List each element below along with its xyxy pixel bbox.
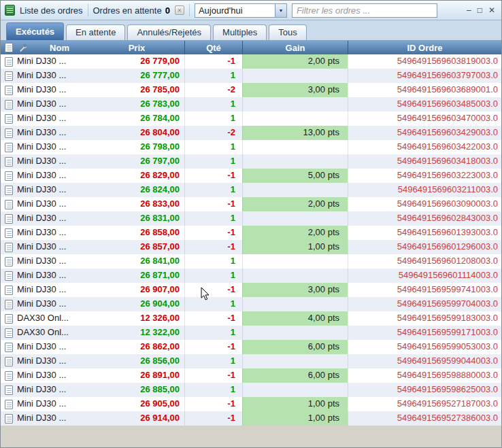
order-price: 26 783,00 — [89, 97, 184, 111]
order-price: 26 804,00 — [89, 126, 184, 140]
order-id: 5496491569601114003.0 — [348, 269, 501, 283]
close-button[interactable]: ✕ — [488, 5, 495, 15]
order-id: 5496491569603090003.0 — [348, 197, 501, 211]
header-icon-cell[interactable] — [1, 41, 17, 54]
document-icon — [5, 286, 13, 295]
order-gain — [242, 154, 348, 169]
order-qty: -1 — [184, 54, 242, 69]
order-gain: 1,00 pts — [242, 240, 348, 254]
order-id: 5496491569603689001.0 — [348, 83, 501, 97]
order-icon-cell — [1, 69, 17, 83]
order-icon-cell — [1, 368, 17, 383]
order-row[interactable]: Mini DJ30 ... 26 905,00 -1 1,00 pts 5496… — [1, 397, 501, 411]
order-gain: 6,00 pts — [242, 340, 348, 354]
order-row[interactable]: Mini DJ30 ... 26 824,00 1 54964915696032… — [1, 183, 501, 197]
order-id: 5496491569602843003.0 — [348, 211, 501, 226]
column-header-prix[interactable]: Prix — [89, 41, 184, 54]
order-row[interactable]: Mini DJ30 ... 26 798,00 1 54964915696034… — [1, 140, 501, 154]
tab-en-attente[interactable]: En attente — [66, 24, 125, 40]
tab-executes[interactable]: Exécutés — [6, 22, 64, 40]
order-price: 12 326,00 — [89, 311, 184, 326]
order-row[interactable]: Mini DJ30 ... 26 804,00 -2 13,00 pts 549… — [1, 126, 501, 140]
column-header-qte[interactable]: Qté — [184, 41, 242, 54]
order-icon-cell — [1, 169, 17, 183]
document-icon — [5, 371, 13, 381]
order-row[interactable]: Mini DJ30 ... 26 833,00 -1 2,00 pts 5496… — [1, 197, 501, 211]
order-row[interactable]: Mini DJ30 ... 26 914,00 -1 1,00 pts 5496… — [1, 411, 501, 426]
order-row[interactable]: DAX30 Onl... 12 322,00 1 549649156959917… — [1, 326, 501, 340]
order-row[interactable]: Mini DJ30 ... 26 885,00 1 54964915695986… — [1, 383, 501, 397]
column-header-gain[interactable]: Gain — [242, 41, 348, 54]
order-row[interactable]: Mini DJ30 ... 26 779,00 -1 2,00 pts 5496… — [1, 54, 501, 69]
order-qty: -1 — [184, 240, 242, 254]
order-price: 26 798,00 — [89, 140, 184, 154]
order-row[interactable]: Mini DJ30 ... 26 831,00 1 54964915696028… — [1, 211, 501, 226]
wrench-icon[interactable] — [18, 44, 27, 52]
order-icon-cell — [1, 183, 17, 197]
tab-annules-rejetes[interactable]: Annulés/Rejetés — [127, 24, 211, 40]
order-gain: 1,00 pts — [242, 411, 348, 426]
order-row[interactable]: Mini DJ30 ... 26 829,00 -1 5,00 pts 5496… — [1, 169, 501, 183]
order-id: 5496491569598625003.0 — [348, 383, 501, 397]
order-id: 5496491569603485003.0 — [348, 97, 501, 111]
order-id: 5496491569603211003.0 — [348, 183, 501, 197]
order-price: 26 907,00 — [89, 283, 184, 297]
order-row[interactable]: Mini DJ30 ... 26 783,00 1 54964915696034… — [1, 97, 501, 111]
column-label-gain: Gain — [286, 43, 305, 53]
order-qty: -1 — [184, 340, 242, 354]
order-name: Mini DJ30 ... — [17, 269, 89, 283]
minimize-button[interactable]: – — [467, 5, 471, 15]
order-qty: -1 — [184, 368, 242, 383]
order-row[interactable]: Mini DJ30 ... 26 907,00 -1 3,00 pts 5496… — [1, 283, 501, 297]
document-icon — [5, 43, 13, 52]
order-name: Mini DJ30 ... — [17, 126, 89, 140]
tab-multiples[interactable]: Multiples — [213, 24, 267, 40]
order-gain — [242, 211, 348, 226]
order-row[interactable]: DAX30 Onl... 12 326,00 -1 4,00 pts 54964… — [1, 311, 501, 326]
order-qty: 1 — [184, 97, 242, 111]
order-name: Mini DJ30 ... — [17, 297, 89, 311]
order-qty: -1 — [184, 397, 242, 411]
document-icon — [5, 86, 13, 95]
column-header-id-ordre[interactable]: ID Ordre — [348, 41, 501, 54]
pending-close-icon[interactable]: ✕ — [175, 5, 184, 15]
order-row[interactable]: Mini DJ30 ... 26 785,00 -2 3,00 pts 5496… — [1, 83, 501, 97]
order-name: Mini DJ30 ... — [17, 169, 89, 183]
order-row[interactable]: Mini DJ30 ... 26 858,00 -1 2,00 pts 5496… — [1, 226, 501, 240]
order-gain — [242, 183, 348, 197]
order-row[interactable]: Mini DJ30 ... 26 856,00 1 54964915695990… — [1, 354, 501, 368]
order-id: 5496491569603797003.0 — [348, 69, 501, 83]
order-row[interactable]: Mini DJ30 ... 26 797,00 1 54964915696034… — [1, 154, 501, 169]
order-id: 5496491569603422003.0 — [348, 140, 501, 154]
order-row[interactable]: Mini DJ30 ... 26 891,00 -1 6,00 pts 5496… — [1, 368, 501, 383]
order-name: Mini DJ30 ... — [17, 226, 89, 240]
order-row[interactable]: Mini DJ30 ... 26 862,00 -1 6,00 pts 5496… — [1, 340, 501, 354]
document-icon — [5, 257, 13, 266]
order-price: 26 871,00 — [89, 269, 184, 283]
filter-orders-input[interactable] — [292, 3, 437, 18]
order-name: Mini DJ30 ... — [17, 54, 89, 69]
order-row[interactable]: Mini DJ30 ... 26 777,00 1 54964915696037… — [1, 69, 501, 83]
order-row[interactable]: Mini DJ30 ... 26 871,00 1 54964915696011… — [1, 269, 501, 283]
order-id: 5496491569527386003.0 — [348, 411, 501, 426]
chevron-down-icon[interactable]: ▼ — [275, 4, 286, 17]
window-title: Liste des ordres — [20, 5, 83, 16]
order-id: 5496491569599704003.0 — [348, 297, 501, 311]
order-price: 26 904,00 — [89, 297, 184, 311]
order-name: Mini DJ30 ... — [17, 283, 89, 297]
order-name: Mini DJ30 ... — [17, 397, 89, 411]
order-icon-cell — [1, 226, 17, 240]
order-price: 26 885,00 — [89, 383, 184, 397]
order-icon-cell — [1, 54, 17, 69]
maximize-button[interactable]: □ — [478, 5, 482, 15]
period-dropdown[interactable]: Aujourd'hui ▼ — [195, 3, 287, 18]
document-icon — [5, 57, 13, 67]
order-icon-cell — [1, 211, 17, 226]
order-icon-cell — [1, 311, 17, 326]
column-header-nom[interactable]: Nom — [17, 41, 89, 54]
order-row[interactable]: Mini DJ30 ... 26 784,00 1 54964915696034… — [1, 111, 501, 126]
order-row[interactable]: Mini DJ30 ... 26 857,00 -1 1,00 pts 5496… — [1, 240, 501, 254]
order-row[interactable]: Mini DJ30 ... 26 841,00 1 54964915696012… — [1, 254, 501, 269]
order-row[interactable]: Mini DJ30 ... 26 904,00 1 54964915695997… — [1, 297, 501, 311]
tab-tous[interactable]: Tous — [269, 24, 306, 40]
